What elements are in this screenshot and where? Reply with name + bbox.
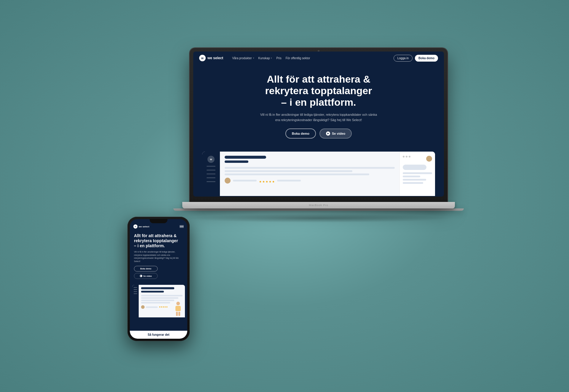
bottom-bar xyxy=(233,180,257,181)
laptop-logo-area: w we select xyxy=(199,55,223,61)
nav-link-products[interactable]: Våra produkter ∨ xyxy=(232,57,254,60)
hero-title: Allt för att attrahera &rekrytera toppta… xyxy=(211,73,426,108)
laptop-base-bottom xyxy=(173,208,464,211)
nav-links: Våra produkter ∨ Kunskap ∨ Pris För offe… xyxy=(232,57,393,60)
chevron-icon: ∨ xyxy=(271,57,272,59)
content-bar-sm xyxy=(225,160,248,163)
phone-logo-icon: w xyxy=(133,224,138,229)
star-icon: ★ xyxy=(272,180,275,183)
phone-bottom-text: Så fungerar det xyxy=(133,333,184,336)
phone-app-sidebar xyxy=(132,285,139,317)
bottom-row: ★ ★ ★ ★ ★ xyxy=(225,178,395,184)
se-video-button[interactable]: Se video xyxy=(319,128,352,139)
play-triangle-icon xyxy=(327,133,329,134)
content-bar-light xyxy=(225,173,369,175)
figure-illustration xyxy=(172,302,184,318)
login-button[interactable]: Logga in xyxy=(394,55,413,62)
sidebar-line xyxy=(207,166,215,167)
figure-head xyxy=(176,302,180,305)
phone-title: Allt för att attrahera &rekrytera toppta… xyxy=(134,233,183,248)
laptop-logo-text: we select xyxy=(207,56,223,60)
sidebar-line xyxy=(207,181,215,182)
figure-body xyxy=(175,306,181,311)
phone-subtitle: Vill ni få in fler ansökningar till ledi… xyxy=(134,250,183,263)
hamburger-icon[interactable] xyxy=(180,225,184,228)
laptop: w we select Våra produkter ∨ Kunskap ∨ xyxy=(190,48,447,214)
sidebar-line xyxy=(207,170,215,171)
content-bar-light xyxy=(225,167,395,169)
stars-row: ★ ★ ★ ★ ★ xyxy=(259,180,275,183)
nav-link-kunskap[interactable]: Kunskap ∨ xyxy=(258,57,272,60)
star-icon: ★ xyxy=(269,180,271,183)
right-button xyxy=(403,165,426,170)
app-content: ★ ★ ★ ★ ★ xyxy=(220,152,399,196)
star-icon: ★ xyxy=(262,180,265,183)
laptop-screen: w we select Våra produkter ∨ Kunskap ∨ xyxy=(193,52,444,197)
hero-subtitle: Vill ni få in fler ansökningar till ledi… xyxy=(259,112,378,123)
screen-hero: Allt för att attrahera &rekrytera toppta… xyxy=(193,65,444,152)
content-bar-light xyxy=(403,182,423,184)
dot xyxy=(406,156,407,158)
phone-boka-button[interactable]: Boka demo xyxy=(134,266,158,271)
dots-row xyxy=(403,156,432,162)
phone-video-button[interactable]: Se video xyxy=(134,273,158,279)
nav-link-pris[interactable]: Pris xyxy=(276,57,281,60)
phone-stars: ★★★★★ xyxy=(159,306,168,308)
app-mockup: w xyxy=(202,152,435,196)
phone-logo-text: we select xyxy=(139,225,149,228)
sidebar-line xyxy=(207,177,215,178)
star-icon: ★ xyxy=(266,180,268,183)
phone-buttons: Boka demo Se video xyxy=(134,266,183,279)
phone-hero: Allt för att attrahera &rekrytera toppta… xyxy=(130,231,187,285)
app-right-panel xyxy=(399,152,435,196)
demo-nav-button[interactable]: Boka demo xyxy=(415,55,438,62)
play-icon xyxy=(326,131,330,136)
nav-buttons: Logga in Boka demo xyxy=(394,55,438,62)
app-logo-sm: w xyxy=(207,156,215,163)
content-bar-light xyxy=(403,179,426,181)
phone: w we select Allt för att attrahera &rekr… xyxy=(127,217,190,341)
phone-screen: w we select Allt för att attrahera &rekr… xyxy=(130,219,187,339)
scene: w we select Våra produkter ∨ Kunskap ∨ xyxy=(122,33,447,359)
phone-play-icon xyxy=(140,275,142,277)
phone-outer: w we select Allt för att attrahera &rekr… xyxy=(127,217,190,341)
content-bar-light-sm xyxy=(225,170,352,172)
dot xyxy=(409,156,410,158)
chevron-icon: ∨ xyxy=(253,57,254,59)
sidebar-line xyxy=(207,173,215,174)
star-icon: ★ xyxy=(259,180,262,183)
laptop-base xyxy=(182,202,455,208)
content-bar-light xyxy=(403,172,432,174)
figure-leg xyxy=(176,312,178,316)
avatar xyxy=(225,178,231,184)
screen-nav: w we select Våra produkter ∨ Kunskap ∨ xyxy=(193,52,444,65)
figure-leg xyxy=(178,312,180,316)
app-sidebar: w xyxy=(202,152,220,196)
phone-bottom: Så fungerar det xyxy=(130,331,187,339)
laptop-body: w we select Våra produkter ∨ Kunskap ∨ xyxy=(190,48,447,202)
laptop-shadow xyxy=(185,214,452,223)
hero-buttons: Boka demo Se video xyxy=(211,128,426,139)
avatar-right xyxy=(426,156,432,162)
phone-play-triangle xyxy=(140,275,141,277)
bottom-bar xyxy=(277,180,301,181)
laptop-logo-icon: w xyxy=(199,55,206,61)
phone-logo-area: w we select xyxy=(133,224,149,229)
content-bar-light xyxy=(403,176,420,177)
dot xyxy=(403,156,405,158)
phone-notch xyxy=(150,219,167,223)
phone-avatar xyxy=(141,305,145,309)
boka-demo-button[interactable]: Boka demo xyxy=(285,128,316,139)
content-bar xyxy=(225,156,266,159)
nav-link-offentlig[interactable]: För offentlig sektor xyxy=(286,57,310,60)
